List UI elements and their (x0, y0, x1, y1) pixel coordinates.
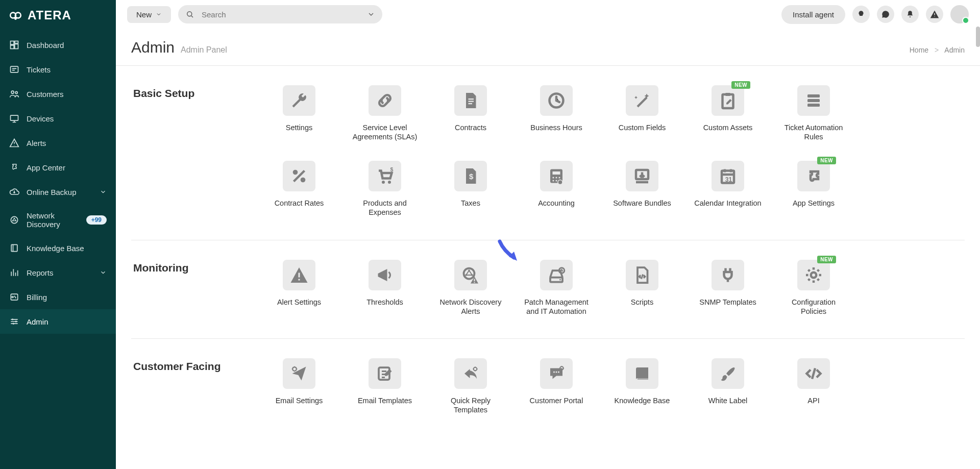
tile-email-templates[interactable]: Email Templates (350, 358, 420, 414)
tile-taxes[interactable]: Taxes (435, 161, 506, 217)
new-badge: NEW (817, 256, 836, 263)
tile-snmp-templates[interactable]: SNMP Templates (693, 260, 763, 316)
calendar-icon (719, 167, 737, 185)
section-monitoring: MonitoringAlert SettingsThresholdsNetwor… (131, 240, 965, 339)
tile-products-and-expenses[interactable]: Products and Expenses (350, 161, 420, 217)
search-input[interactable] (178, 5, 382, 23)
sidebar-item-network-discovery[interactable]: Network Discovery+99 (0, 204, 116, 236)
tile-icon-box (283, 260, 315, 290)
scrollbar[interactable] (976, 27, 980, 47)
wrench-icon (290, 91, 308, 110)
tile-alert-settings[interactable]: Alert Settings (264, 260, 334, 316)
svg-point-66 (14, 17, 17, 20)
tile-thresholds[interactable]: Thresholds (350, 260, 420, 316)
tile-custom-fields[interactable]: Custom Fields (607, 85, 677, 141)
tile-calendar-integration[interactable]: Calendar Integration (693, 161, 763, 217)
tile-icon-box (369, 161, 401, 191)
new-button[interactable]: New (127, 6, 171, 23)
new-badge: NEW (817, 157, 836, 164)
notifications-button[interactable] (901, 6, 919, 23)
tile-patch-management-and-it-automation[interactable]: Patch Management and IT Automation (521, 260, 592, 316)
puzzle-gear-icon (804, 167, 823, 185)
clock-icon (547, 91, 566, 110)
tile-knowledge-base[interactable]: Knowledge Base (607, 358, 677, 414)
tile-quick-reply-templates[interactable]: Quick Reply Templates (435, 358, 506, 414)
system-alerts-button[interactable] (926, 6, 943, 23)
install-agent-button[interactable]: Install agent (781, 5, 845, 24)
gear-icon (804, 266, 823, 284)
tile-email-settings[interactable]: Email Settings (264, 358, 334, 414)
sidebar-item-dashboard[interactable]: Dashboard (0, 33, 116, 57)
tile-contracts[interactable]: Contracts (435, 85, 506, 141)
plug-icon (719, 266, 737, 284)
tile-custom-assets[interactable]: NEWCustom Assets (693, 85, 763, 141)
section-customer-facing: Customer FacingEmail SettingsEmail Templ… (131, 339, 965, 437)
tile-business-hours[interactable]: Business Hours (521, 85, 592, 141)
sidebar-item-alerts[interactable]: Alerts (0, 131, 116, 155)
sidebar-item-tickets[interactable]: Tickets (0, 57, 116, 82)
chat-button[interactable] (877, 6, 894, 23)
tile-network-discovery-alerts[interactable]: Network Discovery Alerts (435, 260, 506, 316)
tile-white-label[interactable]: White Label (693, 358, 763, 414)
tile-configuration-policies[interactable]: NEWConfiguration Policies (778, 260, 849, 316)
user-avatar[interactable] (950, 5, 969, 23)
percent-icon (290, 167, 308, 185)
tile-icon-box (540, 85, 573, 116)
sidebar-item-label: Billing (27, 293, 47, 302)
sidebar-item-customers[interactable]: Customers (0, 82, 116, 106)
sidebar-item-reports[interactable]: Reports (0, 260, 116, 285)
tile-contract-rates[interactable]: Contract Rates (264, 161, 334, 217)
sidebar-item-admin[interactable]: Admin (0, 309, 116, 334)
sidebar-item-app-center[interactable]: App Center (0, 155, 116, 180)
tile-label: Accounting (538, 199, 575, 208)
device-icon (9, 113, 19, 124)
tax-icon (461, 167, 480, 185)
tile-icon-box (283, 161, 315, 191)
page-header: Admin Admin Panel Home > Admin (116, 31, 980, 66)
new-button-label: New (136, 10, 152, 19)
cart-icon (376, 167, 394, 185)
customers-icon (9, 89, 19, 99)
tile-icon-box: NEW (797, 260, 830, 290)
tile-settings[interactable]: Settings (264, 85, 334, 141)
tile-label: Settings (286, 123, 312, 132)
code-icon (804, 364, 823, 383)
megaphone-icon (376, 266, 394, 284)
tile-service-level-agreements-slas[interactable]: Service Level Agreements (SLAs) (350, 85, 420, 141)
wand-icon (633, 91, 651, 110)
tile-label: Quick Reply Templates (435, 396, 506, 414)
tile-label: Taxes (461, 199, 480, 208)
tile-app-settings[interactable]: NEWApp Settings (778, 161, 849, 217)
sidebar-badge: +99 (86, 215, 107, 225)
rules-icon (804, 91, 823, 110)
content: Basic SetupSettingsService Level Agreeme… (116, 66, 980, 469)
tile-grid: Alert SettingsThresholdsNetwork Discover… (264, 260, 965, 316)
tile-accounting[interactable]: Accounting (521, 161, 592, 217)
tile-software-bundles[interactable]: Software Bundles (607, 161, 677, 217)
sidebar-item-online-backup[interactable]: Online Backup (0, 180, 116, 204)
tile-icon-box (626, 260, 658, 290)
section-basic-setup: Basic SetupSettingsService Level Agreeme… (131, 66, 965, 240)
tile-api[interactable]: API (778, 358, 849, 414)
tile-label: SNMP Templates (699, 298, 756, 307)
tile-ticket-automation-rules[interactable]: Ticket Automation Rules (778, 85, 849, 141)
tile-scripts[interactable]: Scripts (607, 260, 677, 316)
sidebar-item-billing[interactable]: Billing (0, 285, 116, 309)
send-gear-icon (290, 364, 308, 383)
section-title: Monitoring (131, 260, 264, 274)
sidebar-item-devices[interactable]: Devices (0, 106, 116, 131)
logo-mark-icon (9, 9, 22, 22)
breadcrumb-home[interactable]: Home (910, 46, 928, 54)
tips-button[interactable] (852, 6, 870, 23)
tile-label: API (807, 396, 819, 405)
code-file-icon (633, 266, 651, 284)
clipboard-edit-icon (719, 91, 737, 110)
tile-icon-box (540, 358, 573, 389)
tile-customer-portal[interactable]: Customer Portal (521, 358, 592, 414)
search-dropdown-icon[interactable] (367, 10, 375, 18)
tile-icon-box (540, 161, 573, 191)
tile-icon-box (283, 85, 315, 116)
warning-icon (930, 10, 939, 19)
sidebar-item-knowledge-base[interactable]: Knowledge Base (0, 236, 116, 260)
sidebar-item-label: Alerts (27, 139, 46, 147)
